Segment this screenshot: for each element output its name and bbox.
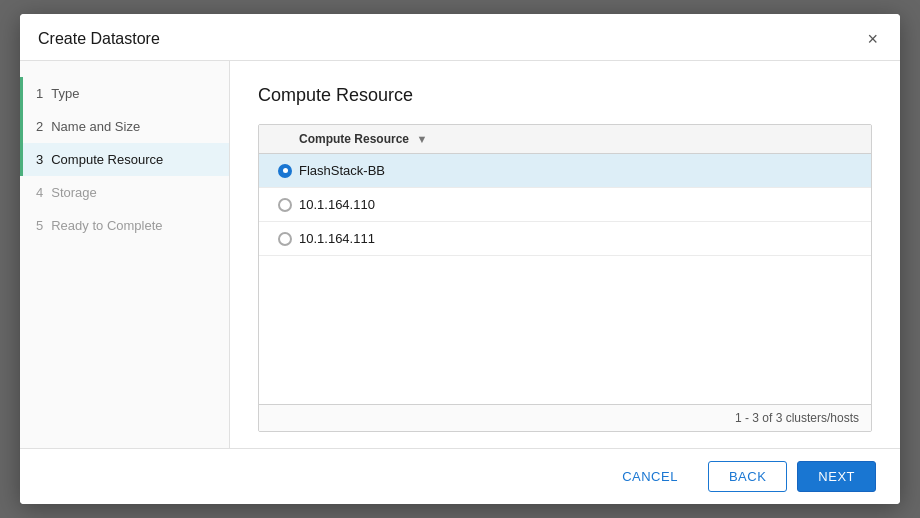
main-content: Compute Resource Compute Resource ▼ <box>230 61 900 448</box>
section-title: Compute Resource <box>258 85 872 106</box>
step-num-5: 5 <box>36 218 43 233</box>
step-num-3: 3 <box>36 152 43 167</box>
dialog-body: 1 Type 2 Name and Size 3 Compute Resourc… <box>20 61 900 448</box>
table-row[interactable]: 10.1.164.111 <box>259 222 871 256</box>
dialog-header: Create Datastore × <box>20 14 900 61</box>
radio-button-ip1[interactable] <box>278 198 292 212</box>
sidebar-item-compute[interactable]: 3 Compute Resource <box>20 143 229 176</box>
sidebar: 1 Type 2 Name and Size 3 Compute Resourc… <box>20 61 230 448</box>
row-label-flashstack: FlashStack-BB <box>299 163 385 178</box>
table-header: Compute Resource ▼ <box>259 125 871 154</box>
dialog-footer: CANCEL BACK NEXT <box>20 448 900 504</box>
create-datastore-dialog: Create Datastore × 1 Type 2 Name and Siz… <box>20 14 900 504</box>
table-body: FlashStack-BB 10.1.164.110 <box>259 154 871 404</box>
step-label-type: Type <box>51 86 79 101</box>
sort-icon: ▼ <box>416 133 427 145</box>
step-label-ready: Ready to Complete <box>51 218 162 233</box>
dialog-title: Create Datastore <box>38 30 160 48</box>
radio-button-ip2[interactable] <box>278 232 292 246</box>
radio-col <box>271 232 299 246</box>
row-label-ip2: 10.1.164.111 <box>299 231 375 246</box>
cancel-button[interactable]: CANCEL <box>602 462 698 491</box>
step-num-1: 1 <box>36 86 43 101</box>
column-header-compute: Compute Resource ▼ <box>299 132 859 146</box>
step-num-2: 2 <box>36 119 43 134</box>
table-footer: 1 - 3 of 3 clusters/hosts <box>259 404 871 431</box>
step-num-4: 4 <box>36 185 43 200</box>
radio-col <box>271 164 299 178</box>
back-button[interactable]: BACK <box>708 461 787 492</box>
table-row[interactable]: 10.1.164.110 <box>259 188 871 222</box>
radio-col <box>271 198 299 212</box>
radio-button-flashstack[interactable] <box>278 164 292 178</box>
sidebar-item-ready[interactable]: 5 Ready to Complete <box>20 209 229 242</box>
sidebar-item-storage[interactable]: 4 Storage <box>20 176 229 209</box>
sidebar-item-name-size[interactable]: 2 Name and Size <box>20 110 229 143</box>
step-label-compute: Compute Resource <box>51 152 163 167</box>
close-button[interactable]: × <box>863 28 882 50</box>
sidebar-item-type[interactable]: 1 Type <box>20 77 229 110</box>
next-button[interactable]: NEXT <box>797 461 876 492</box>
step-label-storage: Storage <box>51 185 97 200</box>
table-count: 1 - 3 of 3 clusters/hosts <box>735 411 859 425</box>
compute-resource-table: Compute Resource ▼ FlashStack-BB <box>258 124 872 432</box>
row-label-ip1: 10.1.164.110 <box>299 197 375 212</box>
step-label-name-size: Name and Size <box>51 119 140 134</box>
table-row[interactable]: FlashStack-BB <box>259 154 871 188</box>
